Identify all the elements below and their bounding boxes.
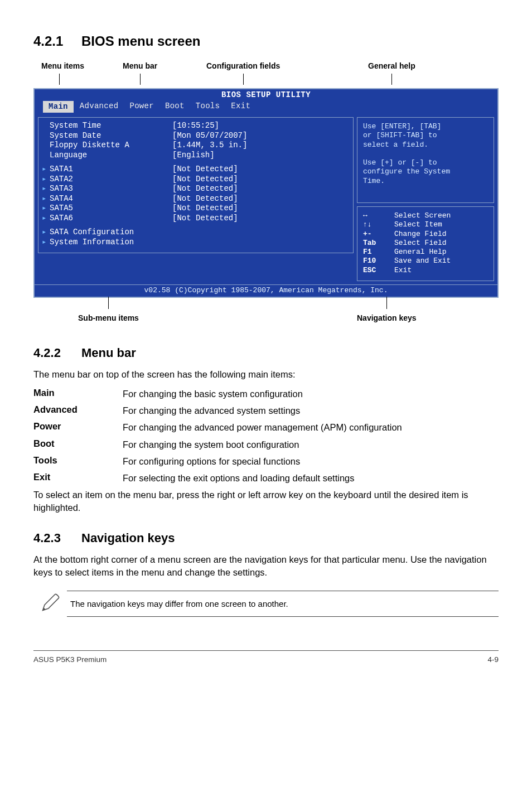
submenu-sata-config[interactable]: ▸SATA Configuration <box>42 228 351 238</box>
submenu-sata6[interactable]: ▸SATA6[Not Detected] <box>42 214 351 224</box>
bios-title: BIOS SETUP UTILITY <box>35 89 497 100</box>
annot-navkeys: Navigation keys <box>357 313 417 322</box>
footer-product: ASUS P5K3 Premium <box>33 655 107 664</box>
submenu-sata3[interactable]: ▸SATA3[Not Detected] <box>42 184 351 194</box>
annot-config-fields: Configuration fields <box>206 61 280 70</box>
arrows-lr-icon: ↔ <box>363 211 394 220</box>
field-system-time[interactable]: System Time[10:55:25] <box>42 121 351 131</box>
bios-help-panel: Use [ENTER], [TAB] or [SHIFT-TAB] to sel… <box>357 117 494 203</box>
field-floppy[interactable]: Floppy Diskette A[1.44M, 3.5 in.] <box>42 141 351 151</box>
annot-menu-bar: Menu bar <box>123 61 157 70</box>
bios-footer: v02.58 (C)Copyright 1985-2007, American … <box>35 284 497 297</box>
bios-tab-boot[interactable]: Boot <box>159 100 190 114</box>
bios-tab-advanced[interactable]: Advanced <box>74 100 124 114</box>
heading-421: 4.2.1BIOS menu screen <box>33 33 499 49</box>
menubar-intro: The menu bar on top of the screen has th… <box>33 368 499 381</box>
submenu-sata2[interactable]: ▸SATA2[Not Detected] <box>42 175 351 185</box>
submenu-sata4[interactable]: ▸SATA4[Not Detected] <box>42 194 351 204</box>
note-box: The navigation keys may differ from one … <box>33 591 499 617</box>
bios-tab-exit[interactable]: Exit <box>225 100 256 114</box>
menubar-outro: To select an item on the menu bar, press… <box>33 489 499 514</box>
menubar-table: MainFor changing the basic system config… <box>33 388 499 485</box>
bottom-annotations: Sub-menu items Navigation keys <box>33 298 499 329</box>
bios-screenshot: BIOS SETUP UTILITY Main Advanced Power B… <box>33 88 499 298</box>
top-annotations: Menu items Menu bar Configuration fields… <box>33 61 499 88</box>
annot-general-help: General help <box>368 61 415 70</box>
bios-tab-tools[interactable]: Tools <box>190 100 226 114</box>
pencil-icon <box>33 592 67 616</box>
field-language[interactable]: Language[English] <box>42 151 351 161</box>
bios-main-panel: System Time[10:55:25] System Date[Mon 05… <box>38 117 354 253</box>
page-footer: ASUS P5K3 Premium 4-9 <box>33 650 499 664</box>
bios-tab-main[interactable]: Main <box>42 100 74 114</box>
annot-menu-items: Menu items <box>41 61 84 70</box>
annot-submenu: Sub-menu items <box>78 313 139 322</box>
field-system-date[interactable]: System Date[Mon 05/07/2007] <box>42 131 351 141</box>
navkeys-intro: At the bottom right corner of a menu scr… <box>33 553 499 579</box>
bios-tab-power[interactable]: Power <box>124 100 159 114</box>
note-text: The navigation keys may differ from one … <box>67 591 499 617</box>
heading-423: 4.2.3Navigation keys <box>33 531 499 545</box>
heading-422: 4.2.2Menu bar <box>33 346 499 360</box>
bios-menu-bar: Main Advanced Power Boot Tools Exit <box>35 100 497 116</box>
submenu-sata5[interactable]: ▸SATA5[Not Detected] <box>42 204 351 214</box>
submenu-sata1[interactable]: ▸SATA1[Not Detected] <box>42 165 351 175</box>
arrows-ud-icon: ↑↓ <box>363 220 394 229</box>
bios-nav-keys: ↔Select Screen ↑↓Select Item +-Change Fi… <box>357 206 494 281</box>
submenu-system-info[interactable]: ▸System Information <box>42 238 351 248</box>
footer-page: 4-9 <box>487 655 499 664</box>
